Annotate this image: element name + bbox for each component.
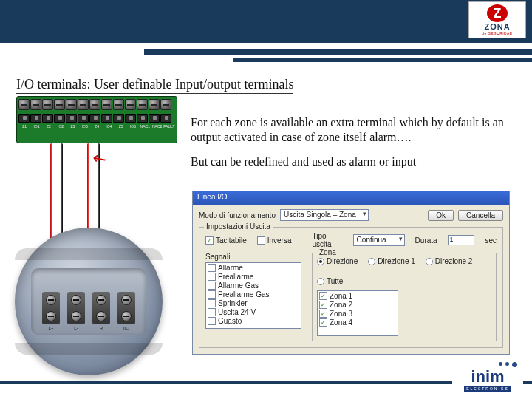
detector-base-illustration: L+ L- R I/O — [15, 228, 163, 375]
zone-listbox[interactable]: ✓Zona 1 ✓Zona 2 ✓Zona 3 ✓Zona 4 — [317, 290, 398, 336]
dialog-title: Linea I/O — [193, 191, 509, 205]
paragraph-2: But can be redefined and used as alarm o… — [191, 155, 516, 168]
zona-logo: Z ZONA de SEGURIDAD — [468, 1, 526, 38]
header-stripe-2 — [233, 58, 532, 62]
output-group-title: Impostazioni Uscita — [204, 222, 273, 231]
arrow-icon: ↖ — [88, 147, 110, 171]
ok-button[interactable]: Ok — [428, 210, 454, 221]
radio-dir1[interactable] — [368, 258, 375, 265]
radio-dir2[interactable] — [426, 258, 433, 265]
inim-logo-sub: ELECTRONICS — [464, 386, 511, 392]
mode-select[interactable]: Uscita Singola – Zona — [280, 209, 369, 221]
zone-group: Zona Direzione Direzione 1 Direzione 2 T… — [312, 253, 497, 341]
chk-inversa[interactable]: ✓ — [257, 236, 265, 245]
board-screw-row — [17, 97, 177, 112]
cancel-button[interactable]: Cancella — [458, 210, 503, 221]
signals-label: Segnali — [205, 253, 301, 261]
radio-all[interactable] — [317, 278, 324, 285]
mode-label: Modo di funzionamento — [199, 211, 276, 219]
board-labels: Z1IO1Z2IO2Z3IO3Z4IO4Z5IO5NAC1NAC2FAULT — [17, 124, 177, 129]
terminal-board-illustration: Z1IO1Z2IO2Z3IO3Z4IO4Z5IO5NAC1NAC2FAULT — [16, 96, 177, 143]
slide-header: Z ZONA de SEGURIDAD — [0, 0, 532, 66]
duration-label: Durata — [415, 236, 437, 245]
zona-logo-text: ZONA — [484, 22, 510, 31]
radio-dir0[interactable] — [317, 258, 324, 265]
paragraph-1: For each zone is available an extra term… — [191, 115, 516, 145]
zona-z-icon: Z — [487, 4, 508, 22]
header-bar — [0, 0, 532, 43]
chk-inversa-label: Inversa — [267, 236, 292, 245]
zone-group-title: Zona — [317, 248, 338, 256]
duration-input[interactable]: 1 — [448, 235, 475, 245]
signals-listbox[interactable]: ✓Allarme ✓Preallarme ✓Allarme Gas ✓Preal… — [205, 262, 301, 329]
page-title: I/O terminals: User definable Input/outp… — [16, 77, 293, 94]
header-stripe-1 — [144, 49, 532, 55]
header-gap — [0, 43, 532, 49]
duration-unit: sec — [485, 236, 497, 245]
inim-dots-icon — [458, 362, 517, 367]
inim-logo-text: inim — [471, 369, 504, 385]
pulse-select[interactable]: Continua — [353, 234, 405, 246]
board-pin-row — [17, 112, 177, 124]
config-dialog: Linea I/O Modo di funzionamento Uscita S… — [192, 191, 510, 355]
chk-tacitabile[interactable]: ✓ — [205, 236, 214, 245]
output-group: Impostazioni Uscita ✓Tacitabile ✓Inversa… — [199, 227, 503, 348]
body-text: For each zone is available an extra term… — [191, 115, 516, 168]
inim-logo: inim ELECTRONICS — [452, 362, 523, 392]
zona-logo-sub: de SEGURIDAD — [482, 31, 512, 35]
pulse-label: Tipo uscita — [313, 232, 343, 248]
slide-footer: inim ELECTRONICS — [0, 359, 532, 395]
chk-tacitabile-label: Tacitabile — [216, 236, 247, 245]
